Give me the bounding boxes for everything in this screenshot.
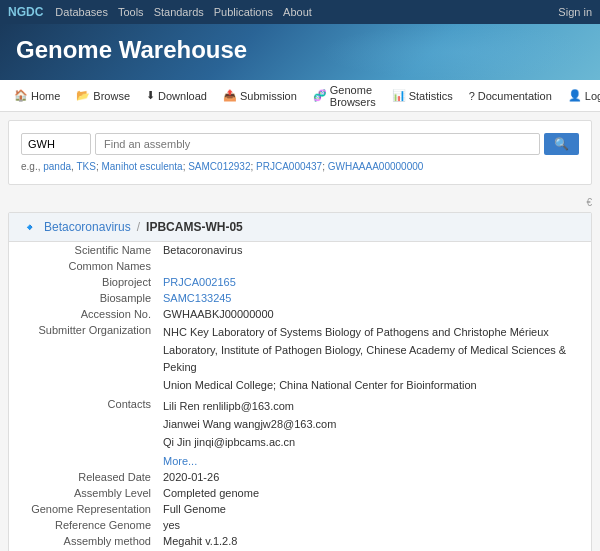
field-value: Megahit v.1.2.8 (159, 533, 591, 549)
field-label: Bioproject (9, 274, 159, 290)
table-row: Genome Representation Full Genome (9, 501, 591, 517)
field-label (9, 453, 159, 469)
nav-publications[interactable]: Publications (214, 6, 273, 18)
currency-symbol: € (586, 197, 592, 208)
field-value: More... (159, 453, 591, 469)
table-row: Assembly Level Completed genome (9, 485, 591, 501)
table-row: Bioproject PRJCA002165 (9, 274, 591, 290)
field-label: Released Date (9, 469, 159, 485)
auth-links: 👤 Login ✏ Sign up (562, 80, 600, 112)
secondary-navbar: 🏠 Home 📂 Browse ⬇ Download 📤 Submission … (0, 80, 600, 112)
table-row: Submitter Organization NHC Key Laborator… (9, 322, 591, 396)
example-prjca000437[interactable]: PRJCA000437 (256, 161, 322, 172)
top-navbar: NGDC Databases Tools Standards Publicati… (0, 0, 600, 24)
table-row: Contacts Lili Ren renlilipb@163.com Jian… (9, 396, 591, 453)
example-tks[interactable]: TKS (76, 161, 95, 172)
search-input[interactable] (95, 133, 540, 155)
breadcrumb-current: IPBCAMS-WH-05 (146, 220, 243, 234)
sign-in-link[interactable]: Sign in (558, 6, 592, 18)
table-row: More... (9, 453, 591, 469)
field-label: Biosample (9, 290, 159, 306)
field-label: Scientific Name (9, 242, 159, 258)
field-value: 2020-01-26 (159, 469, 591, 485)
example-samc012932[interactable]: SAMC012932 (188, 161, 250, 172)
nav-tools[interactable]: Tools (118, 6, 144, 18)
field-value: NHC Key Laboratory of Systems Biology of… (159, 322, 591, 396)
breadcrumb-area: € (0, 193, 600, 212)
table-row: Scientific Name Betacoronavirus (9, 242, 591, 258)
search-type-select[interactable]: GWH (21, 133, 91, 155)
field-label: Genome Representation (9, 501, 159, 517)
field-label: Common Names (9, 258, 159, 274)
example-gwh[interactable]: GWHAAAA00000000 (328, 161, 424, 172)
nav-download[interactable]: ⬇ Download (140, 80, 213, 112)
field-label: Submitter Organization (9, 322, 159, 396)
example-panda[interactable]: panda (43, 161, 71, 172)
table-row: Released Date 2020-01-26 (9, 469, 591, 485)
top-nav-links: Databases Tools Standards Publications A… (55, 6, 558, 18)
table-row: Accession No. GWHAABKJ00000000 (9, 306, 591, 322)
table-row: Reference Genome yes (9, 517, 591, 533)
nav-browse[interactable]: 📂 Browse (70, 80, 136, 112)
field-label: Accession No. (9, 306, 159, 322)
nav-home[interactable]: 🏠 Home (8, 80, 66, 112)
nav-about[interactable]: About (283, 6, 312, 18)
login-link[interactable]: 👤 Login (562, 80, 600, 112)
detail-card: 🔹 Betacoronavirus / IPBCAMS-WH-05 Scient… (8, 212, 592, 551)
nav-standards[interactable]: Standards (154, 6, 204, 18)
nav-databases[interactable]: Databases (55, 6, 108, 18)
nav-documentation[interactable]: ? Documentation (463, 80, 558, 112)
detail-icon: 🔹 (21, 219, 38, 235)
search-section: GWH 🔍 e.g., panda, TKS; Manihot esculent… (8, 120, 592, 185)
detail-table: Scientific Name Betacoronavirus Common N… (9, 242, 591, 551)
example-manihot[interactable]: Manihot esculenta (101, 161, 182, 172)
field-value: PRJCA002165 (159, 274, 591, 290)
table-row: Common Names (9, 258, 591, 274)
more-link[interactable]: More... (163, 455, 197, 467)
bioproject-link[interactable]: PRJCA002165 (163, 276, 236, 288)
breadcrumb-separator: / (137, 220, 140, 234)
field-label: Assembly Level (9, 485, 159, 501)
field-value: Betacoronavirus (159, 242, 591, 258)
detail-header: 🔹 Betacoronavirus / IPBCAMS-WH-05 (9, 213, 591, 242)
breadcrumb-parent[interactable]: Betacoronavirus (44, 220, 131, 234)
nav-genome-browsers[interactable]: 🧬 Genome Browsers (307, 80, 382, 112)
field-value: GWHAABKJ00000000 (159, 306, 591, 322)
field-value: Lili Ren renlilipb@163.com Jianwei Wang … (159, 396, 591, 453)
table-row: Assembly method Megahit v.1.2.8 (9, 533, 591, 549)
hero-section: Genome Warehouse (0, 24, 600, 80)
field-value: Completed genome (159, 485, 591, 501)
brand-logo: NGDC (8, 5, 43, 19)
field-value: SAMC133245 (159, 290, 591, 306)
table-row: Biosample SAMC133245 (9, 290, 591, 306)
search-examples: e.g., panda, TKS; Manihot esculenta; SAM… (21, 161, 579, 172)
field-label: Assembly method (9, 533, 159, 549)
field-value (159, 258, 591, 274)
field-label: Contacts (9, 396, 159, 453)
field-value: yes (159, 517, 591, 533)
search-button[interactable]: 🔍 (544, 133, 579, 155)
field-label: Reference Genome (9, 517, 159, 533)
search-row: GWH 🔍 (21, 133, 579, 155)
page-title: Genome Warehouse (16, 36, 584, 64)
biosample-link[interactable]: SAMC133245 (163, 292, 232, 304)
nav-statistics[interactable]: 📊 Statistics (386, 80, 459, 112)
nav-submission[interactable]: 📤 Submission (217, 80, 303, 112)
field-value: Full Genome (159, 501, 591, 517)
